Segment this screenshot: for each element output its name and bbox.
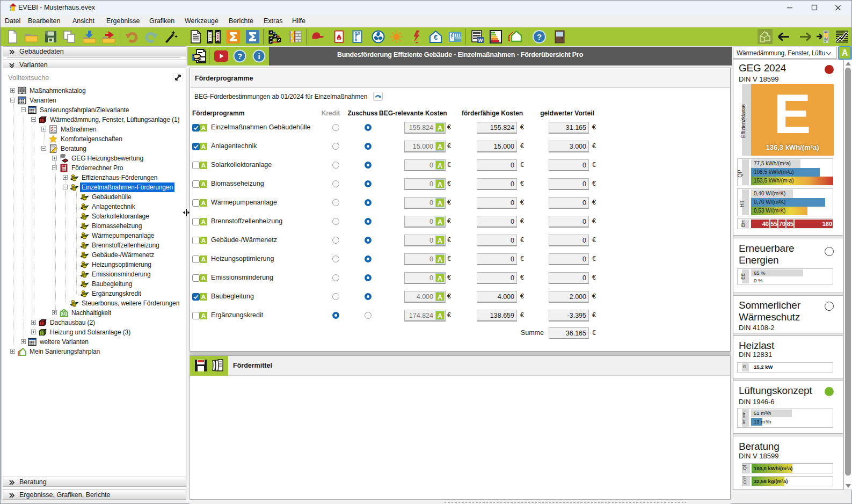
svg-text:?: ?	[537, 32, 542, 41]
svg-text:W: W	[478, 38, 483, 43]
svg-text:€: €	[434, 33, 438, 41]
